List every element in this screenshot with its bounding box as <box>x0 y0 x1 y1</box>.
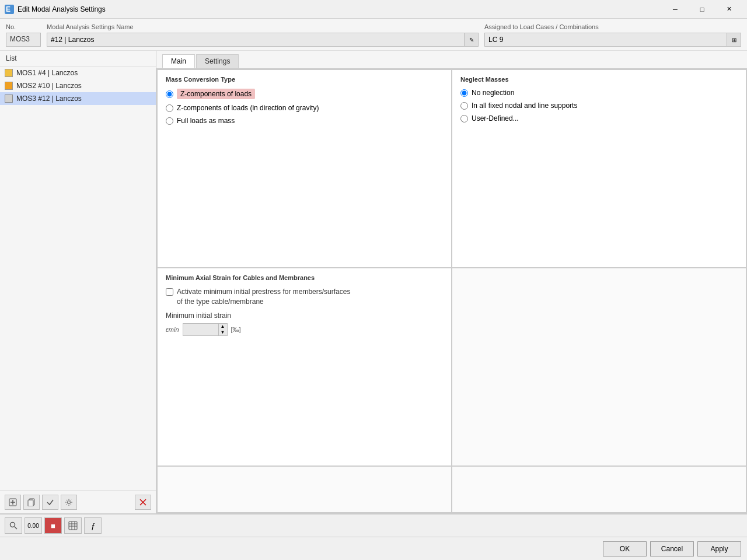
radio-fixed-nodal-input[interactable] <box>460 102 468 110</box>
table-toolbar-button[interactable] <box>64 517 82 534</box>
neglect-masses-panel: Neglect Masses No neglection In all fixe… <box>452 69 746 268</box>
title-bar-title: Edit Modal Analysis Settings <box>18 5 662 13</box>
ok-button[interactable]: OK <box>603 541 647 556</box>
minimize-button[interactable]: ─ <box>662 0 689 19</box>
sidebar: List MOS1 #4 | Lanczos MOS2 #10 | Lanczo… <box>0 51 156 513</box>
mass-conversion-title: Mass Conversion Type <box>166 76 443 83</box>
radio-no-neglection[interactable]: No neglection <box>460 89 738 97</box>
assigned-value: LC 9 <box>485 36 727 44</box>
assigned-edit-button[interactable]: ⊞ <box>727 33 741 46</box>
cancel-button[interactable]: Cancel <box>650 541 694 556</box>
svg-line-11 <box>15 527 17 529</box>
copy-icon <box>27 498 36 506</box>
main-panel: Main Settings Mass Conversion Type Z-com… <box>156 51 747 513</box>
sidebar-label-mos1: MOS1 #4 | Lanczos <box>16 69 78 77</box>
tabs: Main Settings <box>156 51 747 69</box>
checkbox-item: Activate minimum initial prestress for m… <box>166 287 443 307</box>
dialog-header: No. MOS3 Modal Analysis Settings Name #1… <box>0 19 747 51</box>
formula-toolbar-button[interactable]: ƒ <box>84 517 102 534</box>
radio-fixed-nodal-label: In all fixed nodal and line supports <box>472 102 577 110</box>
sidebar-color-mos1 <box>5 69 13 77</box>
activate-checkbox[interactable] <box>166 288 173 296</box>
neglect-masses-radio-group: No neglection In all fixed nodal and lin… <box>460 89 738 123</box>
emin-unit: [‰] <box>231 326 241 333</box>
search-icon <box>9 521 18 530</box>
decimal-toolbar-button[interactable]: 0.00 <box>25 517 42 534</box>
radio-no-neglection-input[interactable] <box>460 89 468 97</box>
emin-down-button[interactable]: ▼ <box>219 330 227 335</box>
emin-up-button[interactable]: ▲ <box>219 324 227 330</box>
emin-row: εmin ▲ ▼ [‰] <box>166 323 443 336</box>
mass-conversion-radio-group: Z-components of loads Z-components of lo… <box>166 89 443 125</box>
maximize-button[interactable]: □ <box>689 0 715 19</box>
color-toolbar-button[interactable]: ■ <box>44 517 62 534</box>
radio-z-components-input[interactable] <box>166 90 173 98</box>
apply-button[interactable]: Apply <box>697 541 741 556</box>
delete-button[interactable] <box>135 495 151 510</box>
name-field[interactable]: #12 | Lanczos ✎ <box>47 33 479 47</box>
empty-panel-2 <box>157 466 452 513</box>
radio-z-components[interactable]: Z-components of loads <box>166 89 443 99</box>
sidebar-color-mos2 <box>5 82 13 90</box>
color-icon: ■ <box>51 522 55 530</box>
radio-user-defined[interactable]: User-Defined... <box>460 114 738 123</box>
svg-point-10 <box>11 523 15 527</box>
name-section: Modal Analysis Settings Name #12 | Lancz… <box>47 23 479 47</box>
no-section: No. MOS3 <box>6 23 41 47</box>
dialog: No. MOS3 Modal Analysis Settings Name #1… <box>0 19 747 560</box>
check-button[interactable] <box>42 495 58 510</box>
sidebar-item-mos2[interactable]: MOS2 #10 | Lanczos <box>0 79 156 92</box>
tab-settings[interactable]: Settings <box>196 54 239 68</box>
main-content: Mass Conversion Type Z-components of loa… <box>156 69 747 513</box>
sidebar-header: List <box>0 51 156 66</box>
empty-panel-1 <box>452 268 746 466</box>
title-bar: E Edit Modal Analysis Settings ─ □ ✕ <box>0 0 747 19</box>
radio-user-defined-label: User-Defined... <box>472 114 519 123</box>
sidebar-item-mos1[interactable]: MOS1 #4 | Lanczos <box>0 66 156 79</box>
tab-main[interactable]: Main <box>162 54 195 68</box>
min-strain-label: Minimum initial strain <box>166 312 443 320</box>
close-button[interactable]: ✕ <box>715 0 742 19</box>
dialog-buttons: OK Cancel Apply <box>0 537 747 560</box>
neglect-masses-title: Neglect Masses <box>460 76 738 83</box>
radio-user-defined-input[interactable] <box>460 115 468 123</box>
settings-button[interactable] <box>61 495 77 510</box>
emin-label: εmin <box>166 326 179 333</box>
assigned-field[interactable]: LC 9 ⊞ <box>484 33 741 47</box>
title-bar-controls: ─ □ ✕ <box>662 0 742 19</box>
radio-z-gravity-input[interactable] <box>166 104 173 112</box>
bottom-toolbar: 0.00 ■ ƒ <box>0 513 747 537</box>
name-edit-button[interactable]: ✎ <box>464 33 478 46</box>
radio-full-loads-label: Full loads as mass <box>177 117 235 125</box>
decimal-icon: 0.00 <box>27 523 39 529</box>
sidebar-item-mos3[interactable]: MOS3 #12 | Lanczos <box>0 92 156 105</box>
mass-conversion-panel: Mass Conversion Type Z-components of loa… <box>157 69 452 268</box>
assigned-section: Assigned to Load Cases / Combinations LC… <box>484 23 741 47</box>
app-icon: E <box>5 5 14 14</box>
settings-icon <box>65 498 73 506</box>
radio-z-components-label: Z-components of loads <box>177 89 255 99</box>
name-label: Modal Analysis Settings Name <box>47 23 479 30</box>
no-label: No. <box>6 23 41 30</box>
search-toolbar-button[interactable] <box>5 517 22 534</box>
table-icon <box>68 521 78 530</box>
sidebar-label-mos2: MOS2 #10 | Lanczos <box>16 82 82 90</box>
radio-z-gravity[interactable]: Z-components of loads (in direction of g… <box>166 104 443 112</box>
min-axial-strain-title: Minimum Axial Strain for Cables and Memb… <box>166 274 443 281</box>
svg-rect-6 <box>28 500 33 506</box>
sidebar-list: MOS1 #4 | Lanczos MOS2 #10 | Lanczos MOS… <box>0 66 156 491</box>
name-value: #12 | Lanczos <box>47 36 464 44</box>
radio-full-loads-input[interactable] <box>166 117 173 125</box>
sidebar-color-mos3 <box>5 94 13 103</box>
emin-input-group[interactable]: ▲ ▼ <box>183 323 228 336</box>
formula-icon: ƒ <box>90 522 95 530</box>
emin-input[interactable] <box>183 324 218 335</box>
radio-fixed-nodal[interactable]: In all fixed nodal and line supports <box>460 102 738 110</box>
copy-button[interactable] <box>23 495 40 510</box>
add-icon <box>9 498 17 506</box>
add-button[interactable] <box>5 495 21 510</box>
radio-full-loads[interactable]: Full loads as mass <box>166 117 443 125</box>
radio-no-neglection-label: No neglection <box>472 89 514 97</box>
svg-rect-12 <box>69 522 77 530</box>
empty-panel-3 <box>452 466 746 513</box>
